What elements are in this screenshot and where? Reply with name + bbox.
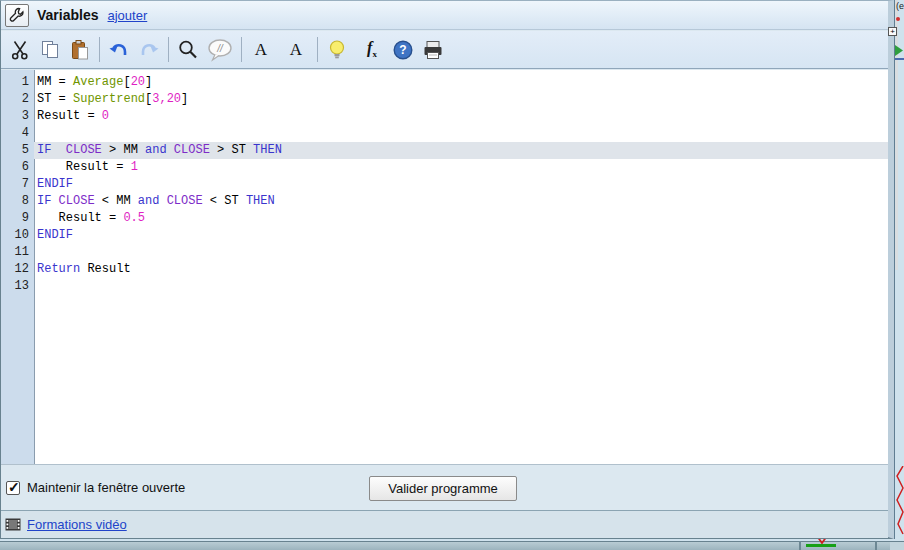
code-text: ENDIF bbox=[34, 227, 888, 244]
code-line[interactable]: 4 bbox=[1, 125, 888, 142]
keep-open-label[interactable]: Maintenir la fenêtre ouverte bbox=[27, 480, 185, 495]
app-background: (e Variables ajouter bbox=[0, 0, 904, 550]
code-text: Result = 0 bbox=[34, 108, 888, 125]
add-variable-link[interactable]: ajouter bbox=[108, 8, 148, 23]
code-text: MM = Average[20] bbox=[34, 74, 888, 91]
paste-icon[interactable] bbox=[67, 36, 93, 63]
background-strip-divider bbox=[875, 541, 877, 550]
code-lines: 1MM = Average[20]2ST = Supertrend[3,20]3… bbox=[1, 74, 888, 295]
line-number: 3 bbox=[1, 108, 34, 125]
window-title: Variables bbox=[37, 7, 99, 23]
undo-icon[interactable] bbox=[106, 36, 132, 63]
film-icon bbox=[5, 517, 21, 532]
search-icon[interactable] bbox=[175, 36, 201, 63]
background-text-fragment: (e bbox=[896, 1, 904, 11]
validate-program-button[interactable]: Valider programme bbox=[369, 476, 517, 501]
background-chart-line-fragment bbox=[894, 466, 904, 536]
code-line[interactable]: 5IF CLOSE > MM and CLOSE > ST THEN bbox=[1, 142, 888, 159]
keep-open-checkbox[interactable] bbox=[6, 481, 20, 495]
code-text: Return Result bbox=[34, 261, 888, 278]
code-line[interactable]: 11 bbox=[1, 244, 888, 261]
line-number: 4 bbox=[1, 125, 34, 142]
toolbar: // A − A + fx ? bbox=[1, 31, 888, 69]
code-line[interactable]: 7ENDIF bbox=[1, 176, 888, 193]
background-play-icon bbox=[894, 44, 904, 58]
background-red-dot bbox=[896, 17, 900, 21]
code-line[interactable]: 13 bbox=[1, 278, 888, 295]
code-text bbox=[34, 125, 888, 142]
footer: Maintenir la fenêtre ouverte Valider pro… bbox=[1, 464, 888, 510]
font-decrease-glyph: A bbox=[255, 41, 267, 58]
toolbar-separator bbox=[241, 37, 242, 62]
line-number: 1 bbox=[1, 74, 34, 91]
code-text: IF CLOSE < MM and CLOSE < ST THEN bbox=[34, 193, 888, 210]
background-strip-divider bbox=[799, 541, 801, 550]
font-increase-icon[interactable]: A + bbox=[283, 36, 309, 63]
copy-icon[interactable] bbox=[37, 36, 63, 63]
font-decrease-icon[interactable]: A − bbox=[248, 36, 274, 63]
background-green-bar-fragment bbox=[806, 544, 836, 547]
code-line[interactable]: 9 Result = 0.5 bbox=[1, 210, 888, 227]
code-line[interactable]: 1MM = Average[20] bbox=[1, 74, 888, 91]
font-increase-sign: + bbox=[888, 27, 897, 36]
line-number: 6 bbox=[1, 159, 34, 176]
code-line[interactable]: 10ENDIF bbox=[1, 227, 888, 244]
code-text: Result = 1 bbox=[34, 159, 888, 176]
font-increase-glyph: A bbox=[290, 41, 302, 58]
toolbar-separator bbox=[317, 37, 318, 62]
wrench-glyph bbox=[9, 7, 25, 23]
video-trainings-bar: Formations vidéo bbox=[1, 510, 888, 538]
fx-glyph: fx bbox=[367, 40, 377, 59]
line-number: 10 bbox=[1, 227, 34, 244]
line-number: 2 bbox=[1, 91, 34, 108]
code-line[interactable]: 3Result = 0 bbox=[1, 108, 888, 125]
code-line[interactable]: 8IF CLOSE < MM and CLOSE < ST THEN bbox=[1, 193, 888, 210]
wrench-icon[interactable] bbox=[5, 4, 29, 27]
variables-editor-window: Variables ajouter bbox=[0, 0, 894, 539]
comment-icon[interactable]: // bbox=[205, 36, 235, 63]
background-panel-fragment bbox=[894, 0, 898, 270]
background-strip-fragment bbox=[890, 542, 904, 550]
line-number: 9 bbox=[1, 210, 34, 227]
line-number: 7 bbox=[1, 176, 34, 193]
toolbar-separator bbox=[168, 37, 169, 62]
titlebar: Variables ajouter bbox=[1, 1, 888, 30]
cut-icon[interactable] bbox=[7, 36, 33, 63]
line-number: 5 bbox=[1, 142, 34, 159]
redo-icon[interactable] bbox=[136, 36, 162, 63]
video-trainings-link[interactable]: Formations vidéo bbox=[27, 517, 127, 532]
line-number: 12 bbox=[1, 261, 34, 278]
code-text bbox=[34, 244, 888, 261]
print-icon[interactable] bbox=[420, 36, 446, 63]
line-number: 13 bbox=[1, 278, 34, 295]
insert-function-icon[interactable]: fx bbox=[359, 36, 385, 63]
background-bottom-strip bbox=[0, 541, 904, 550]
code-editor[interactable]: 1MM = Average[20]2ST = Supertrend[3,20]3… bbox=[1, 70, 888, 464]
svg-text:?: ? bbox=[399, 43, 406, 57]
code-text: Result = 0.5 bbox=[34, 210, 888, 227]
code-text: IF CLOSE > MM and CLOSE > ST THEN bbox=[34, 142, 888, 159]
code-line[interactable]: 2ST = Supertrend[3,20] bbox=[1, 91, 888, 108]
help-icon[interactable]: ? bbox=[390, 36, 416, 63]
code-text bbox=[34, 278, 888, 295]
line-number: 11 bbox=[1, 244, 34, 261]
toolbar-separator bbox=[99, 37, 100, 62]
code-line[interactable]: 6 Result = 1 bbox=[1, 159, 888, 176]
background-blue-line bbox=[894, 58, 904, 60]
line-number: 8 bbox=[1, 193, 34, 210]
code-text: ENDIF bbox=[34, 176, 888, 193]
hint-bulb-icon[interactable] bbox=[324, 36, 350, 63]
code-line[interactable]: 12Return Result bbox=[1, 261, 888, 278]
code-text: ST = Supertrend[3,20] bbox=[34, 91, 888, 108]
